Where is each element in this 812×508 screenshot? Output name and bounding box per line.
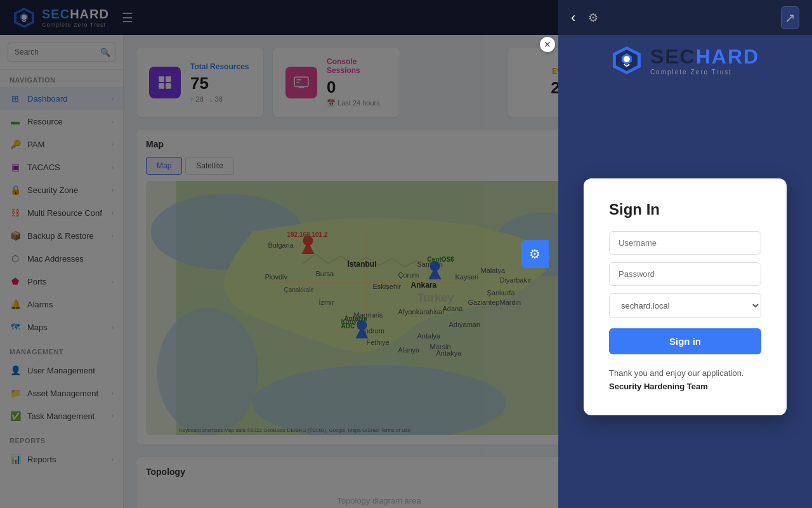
settings-fab[interactable]: ⚙	[521, 240, 549, 268]
close-button[interactable]: ✕	[540, 37, 555, 52]
gear-icon[interactable]: ⚙	[588, 11, 598, 25]
svg-point-63	[624, 56, 630, 62]
drawer-logo-icon	[611, 44, 643, 76]
back-icon[interactable]: ‹	[571, 10, 575, 26]
signin-footer-bold: Security Hardening Team	[609, 382, 708, 391]
domain-select[interactable]: sechard.local	[609, 293, 761, 318]
drawer-brand-subtitle: Complete Zero Trust	[650, 69, 759, 76]
drawer-logo-text-area: SECHARD Complete Zero Trust	[650, 45, 759, 76]
username-input[interactable]	[609, 231, 761, 255]
drawer-content: SECHARD Complete Zero Trust Sign In sech…	[558, 35, 812, 508]
signin-button[interactable]: Sign in	[609, 328, 761, 354]
signin-title: Sign In	[609, 201, 761, 218]
drawer-topbar: ‹ ⚙ ↗	[558, 0, 812, 35]
export-icon[interactable]: ↗	[781, 6, 799, 29]
signin-footer: Thank you and enjoy our application. Sec…	[609, 367, 761, 394]
password-input[interactable]	[609, 262, 761, 286]
drawer-topbar-icons: ‹ ⚙	[571, 10, 598, 26]
signin-card: Sign In sechard.local Sign in Thank you …	[584, 178, 787, 416]
overlay-backdrop[interactable]: ‹ ⚙ ↗ SECHARD	[0, 0, 812, 508]
drawer-logo: SECHARD Complete Zero Trust	[611, 44, 759, 76]
drawer-brand: SECHARD	[650, 45, 759, 69]
drawer-panel: ‹ ⚙ ↗ SECHARD	[558, 0, 812, 508]
